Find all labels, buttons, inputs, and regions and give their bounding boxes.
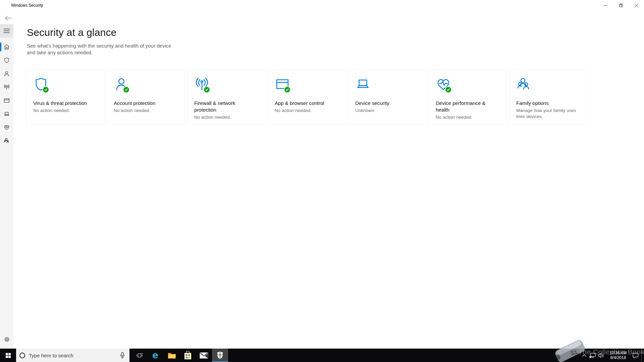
sidebar-item-device-performance-health[interactable] <box>0 121 13 134</box>
laptop-icon <box>355 76 372 93</box>
tile-title: Device performance & health <box>436 100 497 113</box>
speaker-icon <box>598 353 604 358</box>
search-input[interactable] <box>29 353 119 358</box>
tile-title: Firewall & network protection <box>194 100 256 113</box>
tile-status: No action needed. <box>436 114 497 120</box>
store-icon <box>184 351 192 360</box>
laptop-icon <box>3 111 10 117</box>
taskbar-app-icons: e <box>131 349 228 362</box>
tile-device-performance-health[interactable]: Device performance & health No action ne… <box>429 70 507 125</box>
mail-icon <box>200 352 208 359</box>
minimize-button[interactable] <box>598 0 613 11</box>
tile-status: No action needed. <box>275 108 336 114</box>
sidebar-item-virus-threat-protection[interactable] <box>0 54 13 67</box>
wireless-icon <box>194 76 211 93</box>
gear-icon <box>4 336 10 343</box>
browser-window-icon <box>275 76 291 93</box>
volume-button[interactable] <box>597 349 605 362</box>
tile-status: No action needed. <box>194 114 256 120</box>
tile-title: Family options <box>516 100 578 107</box>
back-arrow-icon <box>5 15 12 21</box>
sidebar-item-firewall-network-protection[interactable] <box>0 80 13 94</box>
edge-icon: e <box>151 351 160 360</box>
settings-button[interactable] <box>0 333 13 346</box>
sidebar-item-home[interactable] <box>0 40 13 54</box>
windows-security-window: Windows Security <box>0 0 644 362</box>
taskbar-search[interactable] <box>16 349 129 362</box>
title-bar: Windows Security <box>0 0 644 11</box>
system-tray: 10:36 AM 8/4/2018 <box>580 349 644 362</box>
tile-status: Manage how your family uses their device… <box>516 108 578 120</box>
green-check-badge <box>42 86 49 93</box>
person-icon <box>114 76 130 93</box>
home-icon <box>3 44 10 50</box>
sidebar-item-account-protection[interactable] <box>0 67 13 80</box>
windows-logo-icon <box>6 353 11 358</box>
sidebar <box>0 24 13 349</box>
tile-virus-threat-protection[interactable]: Virus & threat protection No action need… <box>26 70 105 125</box>
network-icon <box>589 352 596 358</box>
svg-text:e: e <box>152 351 158 360</box>
family-icon <box>516 76 533 93</box>
sidebar-item-app-browser-control[interactable] <box>0 94 13 107</box>
cortana-circle-icon <box>19 353 25 358</box>
tile-app-browser-control[interactable]: App & browser control No action needed. <box>268 70 346 125</box>
security-tiles: Virus & threat protection No action need… <box>26 70 588 125</box>
network-button[interactable] <box>588 349 597 362</box>
taskbar: e <box>0 349 644 362</box>
family-icon <box>3 137 10 144</box>
task-view-button[interactable] <box>131 349 148 362</box>
wireless-icon <box>3 84 10 90</box>
green-check-badge <box>284 86 291 93</box>
windows-security-button[interactable] <box>212 349 228 362</box>
tile-title: Device security <box>355 100 417 107</box>
clock-time: 10:36 AM <box>605 351 631 355</box>
window-controls <box>598 0 644 11</box>
action-center-icon <box>632 352 639 359</box>
start-button[interactable] <box>0 349 16 362</box>
heart-pulse-icon <box>436 76 452 93</box>
browser-window-icon <box>3 97 10 104</box>
edge-button[interactable]: e <box>148 349 164 362</box>
show-desktop-button[interactable] <box>641 349 644 362</box>
page-title: Security at a glance <box>27 27 116 38</box>
green-check-badge <box>203 86 210 93</box>
file-explorer-icon <box>168 352 176 359</box>
shield-icon <box>33 76 50 93</box>
task-view-icon <box>136 352 143 359</box>
tile-firewall-network-protection[interactable]: Firewall & network protection No action … <box>187 70 266 125</box>
person-icon <box>3 70 10 77</box>
taskbar-clock[interactable]: 10:36 AM 8/4/2018 <box>605 351 631 360</box>
heart-pulse-icon <box>3 124 10 131</box>
sidebar-item-device-security[interactable] <box>0 107 13 121</box>
tile-device-security[interactable]: Device security Unknown <box>348 70 427 125</box>
tile-status: No action needed. <box>33 108 95 114</box>
microphone-icon[interactable] <box>119 352 126 359</box>
sidebar-item-family-options[interactable] <box>0 134 13 147</box>
tile-title: Account protection <box>114 100 175 107</box>
windows-security-shield-icon <box>216 351 224 359</box>
green-check-badge <box>445 86 452 93</box>
tile-status: Unknown <box>355 108 417 114</box>
store-button[interactable] <box>180 349 196 362</box>
clock-date: 8/4/2018 <box>605 355 631 360</box>
green-check-badge <box>123 86 130 93</box>
shield-icon <box>3 57 10 64</box>
restore-button[interactable] <box>613 0 629 11</box>
close-button[interactable] <box>629 0 644 11</box>
page-subtitle: See what's happening with the security a… <box>27 43 171 56</box>
menu-button[interactable] <box>0 24 13 38</box>
tile-account-protection[interactable]: Account protection No action needed. <box>107 70 185 125</box>
mail-button[interactable] <box>196 349 212 362</box>
file-explorer-button[interactable] <box>164 349 180 362</box>
window-title: Windows Security <box>11 3 43 8</box>
action-center-button[interactable] <box>631 349 640 362</box>
tile-status: No action needed. <box>114 108 175 114</box>
tile-family-options[interactable]: Family options Manage how your family us… <box>509 70 588 125</box>
back-button[interactable] <box>3 13 14 23</box>
tile-title: Virus & threat protection <box>33 100 95 107</box>
hamburger-icon <box>4 28 10 33</box>
chevron-up-icon <box>582 354 587 357</box>
tile-title: App & browser control <box>275 100 336 107</box>
hidden-icons-button[interactable] <box>580 349 588 362</box>
